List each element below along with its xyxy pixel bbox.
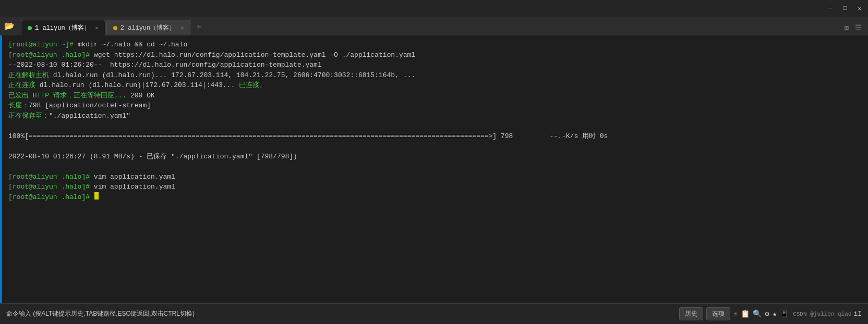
tab-1-close[interactable]: ✕	[95, 25, 99, 31]
iI-text: iI	[853, 310, 862, 318]
terminal-line-5: 正在连接 dl.halo.run (dl.halo.run)|172.67.20…	[8, 80, 862, 91]
info-8: "./application.yaml"	[49, 111, 130, 121]
tab-2-close[interactable]: ✕	[180, 25, 184, 31]
terminal-line-blank1	[8, 121, 862, 131]
close-button[interactable]: ✕	[855, 4, 864, 13]
prompt-2: [root@aliyun .halo]#	[8, 50, 90, 60]
cn-prefix-4: 正在解析主机	[8, 70, 49, 81]
tab-bar: 📂 1 aliyun（博客） ✕ 2 aliyun（博客） ✕ + ⊞ ☰	[0, 17, 868, 35]
cn-prefix-8: 正在保存至：	[8, 111, 49, 121]
cursor	[94, 192, 99, 200]
tab-dot-1	[28, 26, 32, 30]
search-icon[interactable]: 🔍	[753, 309, 762, 318]
cn-prefix-5: 正在连接	[8, 80, 35, 91]
tab-bar-right: ⊞ ☰	[842, 22, 868, 35]
terminal-line-vim1: [root@aliyun .halo]# vim application.yam…	[8, 172, 862, 182]
sidebar-icon[interactable]: 📂	[4, 21, 15, 31]
clipboard-icon[interactable]: 📋	[741, 309, 750, 318]
terminal-line-save: 2022-08-10 01:26:27 (8.91 MB/s) - 已保存 ".…	[8, 152, 862, 162]
tab-dot-2	[113, 26, 117, 30]
status-icons: ⚡ 📋 🔍 ⚙ ★ 📱	[733, 309, 789, 318]
info-5: dl.halo.run (dl.halo.run)|172.67.203.114…	[35, 80, 239, 91]
tab-2[interactable]: 2 aliyun（博客） ✕	[106, 20, 191, 35]
star-icon[interactable]: ★	[773, 309, 777, 318]
prompt-current: [root@aliyun .halo]#	[8, 192, 90, 203]
lightning-icon[interactable]: ⚡	[733, 309, 738, 318]
terminal-line-blank3	[8, 161, 862, 172]
cmd-current	[90, 192, 94, 203]
status-hint: 命令输入 (按ALT键提示历史,TAB键路径,ESC键返回,双击CTRL切换)	[6, 309, 679, 318]
terminal-line-blank2	[8, 141, 862, 152]
prompt-vim1: [root@aliyun .halo]#	[8, 172, 90, 182]
terminal-line-3: --2022-08-10 01:26:20-- https://dl.halo.…	[8, 60, 862, 70]
cmd-1: mkdir ~/.halo && cd ~/.halo	[74, 40, 187, 50]
info-6: 200 OK	[126, 91, 155, 101]
status-buttons: 历史 选项	[679, 307, 730, 320]
tab-2-label: 2 aliyun（博客）	[120, 23, 176, 32]
options-button[interactable]: 选项	[706, 307, 730, 320]
grid-view-button[interactable]: ⊞	[842, 22, 851, 33]
phone-icon[interactable]: 📱	[780, 309, 789, 318]
tab-add-button[interactable]: +	[191, 20, 206, 35]
menu-button[interactable]: ☰	[853, 22, 864, 33]
prompt-1: [root@aliyun ~]#	[8, 40, 74, 50]
info-3: --2022-08-10 01:26:20-- https://dl.halo.…	[8, 60, 322, 70]
progress-bar: 100%[===================================…	[8, 131, 608, 142]
terminal-line-vim2: [root@aliyun .halo]# vim application.yam…	[8, 182, 862, 192]
terminal-line-2: [root@aliyun .halo]# wget https://dl.hal…	[8, 50, 862, 60]
terminal-line-8: 正在保存至： "./application.yaml"	[8, 111, 862, 121]
tab-1-label: 1 aliyun（博客）	[35, 23, 90, 32]
info-4: dl.halo.run (dl.halo.run)... 172.67.203.…	[49, 70, 415, 81]
tab-1[interactable]: 1 aliyun（博客） ✕	[21, 20, 105, 35]
terminal-line-current: [root@aliyun .halo]#	[8, 192, 862, 203]
cn-prefix-7: 长度：	[8, 101, 29, 111]
title-bar: ─ □ ✕	[0, 0, 868, 17]
terminal-line-4: 正在解析主机 dl.halo.run (dl.halo.run)... 172.…	[8, 70, 862, 81]
cn-prefix-6: 已发出 HTTP 请求，正在等待回应...	[8, 91, 126, 101]
info-save: 2022-08-10 01:26:27 (8.91 MB/s) - 已保存 ".…	[8, 152, 297, 162]
title-bar-controls: ─ □ ✕	[826, 4, 864, 13]
cn-suffix-5: 已连接。	[239, 80, 266, 91]
main-area: [root@aliyun ~]# mkdir ~/.halo && cd ~/.…	[0, 35, 868, 303]
cmd-2: wget https://dl.halo.run/config/applicat…	[90, 50, 415, 60]
minimize-button[interactable]: ─	[826, 4, 835, 13]
maximize-button[interactable]: □	[841, 4, 849, 13]
prompt-vim2: [root@aliyun .halo]#	[8, 182, 90, 192]
terminal-line-6: 已发出 HTTP 请求，正在等待回应... 200 OK	[8, 91, 862, 101]
terminal[interactable]: [root@aliyun ~]# mkdir ~/.halo && cd ~/.…	[2, 35, 868, 303]
cmd-vim2: vim application.yaml	[90, 182, 175, 192]
terminal-line-1: [root@aliyun ~]# mkdir ~/.halo && cd ~/.…	[8, 40, 862, 50]
terminal-line-7: 长度： 798 [application/octet-stream]	[8, 101, 862, 111]
status-bar: 命令输入 (按ALT键提示历史,TAB键路径,ESC键返回,双击CTRL切换) …	[0, 303, 868, 324]
info-7: 798 [application/octet-stream]	[29, 101, 151, 111]
csdn-label: CSDN @julien_qiao	[793, 311, 851, 317]
history-button[interactable]: 历史	[679, 307, 703, 320]
cmd-vim1: vim application.yaml	[90, 172, 175, 182]
gear-icon[interactable]: ⚙	[765, 309, 769, 318]
terminal-line-progress: 100%[===================================…	[8, 131, 862, 142]
